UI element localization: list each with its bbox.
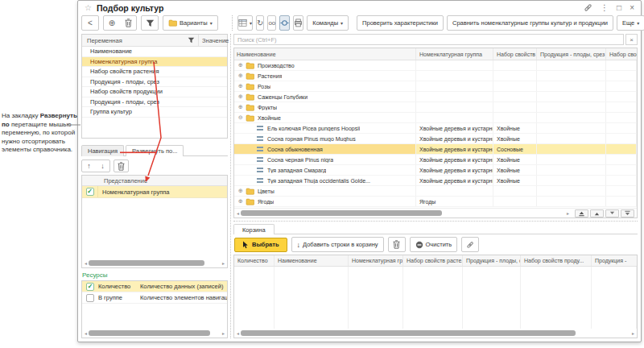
resources-scrollbar[interactable]: ◂ ▸ (82, 329, 227, 338)
tree-group-row[interactable]: ⊕Цветы (234, 186, 637, 197)
view-table-scrollbar[interactable]: ◂ ▸ (82, 259, 227, 267)
tree-column-header[interactable]: Наименование (234, 48, 416, 60)
back-button[interactable]: < (81, 15, 99, 31)
tree-item-row[interactable]: Сосна обыкновеннаяХвойные деревья и куст… (234, 144, 637, 155)
variable-row[interactable]: Группа культур (82, 107, 227, 118)
refresh-button[interactable]: ↻ (256, 15, 264, 31)
tree-hscrollbar[interactable] (241, 210, 565, 216)
clear-search-button[interactable]: × (625, 34, 638, 45)
delete-button[interactable] (120, 16, 136, 30)
tab-navigation[interactable]: Навигация (81, 145, 124, 156)
expander-icon[interactable]: ⊖ (237, 114, 245, 121)
add-button[interactable]: ⊕ (104, 16, 120, 30)
resource-row[interactable]: ✓КоличествоКоличество данных (записей) (82, 281, 227, 292)
variable-row[interactable]: Наименование (82, 47, 227, 57)
tree-column-header[interactable]: Продукция - плоды, срез (537, 48, 606, 60)
move-up-button[interactable]: ↑ (82, 160, 96, 172)
checkbox-checked[interactable]: ✓ (86, 283, 94, 291)
move-level-up-button[interactable] (590, 209, 604, 218)
basket-column-header[interactable]: Набор свойств расте... (403, 255, 463, 266)
add-rows-button[interactable]: ↓ Добавить строки в корзину (291, 237, 384, 252)
scroll-right-icon[interactable]: ▸ (222, 331, 225, 336)
variable-row[interactable]: Набор свойств продукции (82, 87, 227, 97)
checkbox-unchecked[interactable] (86, 294, 94, 302)
tree-group-row[interactable]: ⊕Растения (234, 71, 637, 81)
favorite-star-icon[interactable]: ☆ (85, 3, 92, 12)
basket-column-header[interactable]: Номенклатурная гр... (349, 255, 403, 266)
commands-button[interactable]: Команды ▾ (307, 15, 349, 31)
resource-row[interactable]: В группеКоличество элементов навигацион.… (82, 292, 227, 304)
vertical-splitter[interactable] (230, 34, 231, 338)
expand-all-button[interactable] (621, 209, 634, 218)
basket-link-button[interactable] (461, 237, 479, 252)
tree-column-header[interactable]: Набор свойств ... (493, 48, 537, 60)
variable-column-header[interactable]: Переменная (87, 37, 122, 44)
check-characteristics-button[interactable]: Проверить характеристики (357, 15, 444, 31)
remove-view-button[interactable] (114, 160, 129, 172)
tree-column-header[interactable]: Номенклатурная группа (416, 48, 493, 60)
expander-icon[interactable]: ⊕ (237, 198, 245, 205)
maximize-icon[interactable]: □ (617, 4, 621, 12)
basket-column-header[interactable]: Количество (234, 255, 275, 266)
funnel-icon[interactable] (188, 37, 195, 44)
checkbox-checked[interactable]: ✓ (86, 188, 94, 196)
window-menu-icon[interactable]: ⋮ (601, 4, 609, 12)
basket-column-header[interactable]: Набор свойств проду... (521, 255, 592, 266)
clear-button[interactable]: Очистить (410, 237, 458, 252)
value-column-header[interactable]: Значение (202, 37, 229, 44)
tab-basket[interactable]: Корзина (233, 224, 275, 234)
filter-button[interactable] (141, 15, 159, 31)
variable-row[interactable]: Продукция - плоды, срез (82, 97, 227, 108)
select-button[interactable]: Выбрать (234, 238, 287, 252)
expander-icon[interactable]: ⊕ (237, 83, 245, 89)
tree-group-row[interactable]: ⊕Фрукты (234, 102, 637, 113)
tab-expand-by[interactable]: Развернуть по... (126, 145, 184, 156)
variable-row[interactable]: Продукция - плоды, срез (82, 77, 227, 88)
tree-group-row[interactable]: ⊕Производство (234, 60, 637, 71)
tree-column-header[interactable]: Набор свойств продукции (606, 48, 637, 60)
horizontal-splitter[interactable] (233, 221, 638, 222)
scroll-left-icon[interactable]: ◂ (237, 331, 239, 336)
variants-button[interactable]: Варианты ▾ (163, 15, 218, 31)
scroll-right-icon[interactable]: ▸ (632, 331, 634, 336)
move-level-down-button[interactable] (605, 209, 619, 218)
get-link-icon[interactable] (584, 3, 592, 12)
basket-delete-button[interactable] (388, 237, 406, 252)
basket-column-header[interactable]: Наименование (275, 255, 349, 266)
variable-row[interactable]: Номенклатурная группа (82, 57, 227, 68)
tree-group-row[interactable]: ⊕Саженцы Голубики (234, 92, 637, 102)
tree-group-row[interactable]: ⊖Хвойные (234, 113, 637, 123)
tree-group-row[interactable]: ⊕ЯгодыЯгоды (234, 197, 637, 207)
expander-icon[interactable]: ⊕ (237, 188, 245, 194)
move-down-button[interactable]: ↓ (96, 160, 109, 172)
scroll-left-icon[interactable]: ◂ (85, 261, 87, 266)
expander-icon[interactable]: ⊕ (237, 72, 245, 79)
basket-column-header[interactable]: Продукция - плоды, срез (463, 255, 521, 266)
scroll-right-icon[interactable]: ▸ (567, 211, 569, 216)
scroll-left-icon[interactable]: ◂ (237, 211, 239, 216)
tree-group-row[interactable]: ⊕Розы (234, 81, 637, 92)
tree-item-row[interactable]: Сосна черная Pinus nigraХвойные деревья … (234, 155, 637, 165)
tree-item-row[interactable]: Сосна горная Pinus mugo MughusХвойные де… (234, 134, 637, 144)
basket-scrollbar[interactable]: ◂ ▸ (234, 329, 637, 338)
view-row[interactable]: ✓ Номенклатурная группа (82, 186, 227, 198)
scroll-left-icon[interactable]: ◂ (85, 331, 87, 336)
expander-icon[interactable]: ⊕ (237, 62, 245, 68)
basket-column-header[interactable]: Продукция - (592, 255, 637, 266)
expander-icon[interactable]: ⊕ (237, 104, 245, 110)
position-button[interactable] (279, 15, 290, 31)
view-mode-button[interactable]: ▾ (237, 15, 253, 31)
search-input[interactable] (233, 34, 624, 45)
tree-item-row[interactable]: Туя западная Thuja occidentalis Golde...… (234, 176, 637, 186)
tree-item-row[interactable]: Ель колючая Picea pungens HoopsiiХвойные… (234, 123, 637, 134)
view-table-header[interactable]: Представление (82, 176, 227, 186)
variable-row[interactable]: Набор свойств растения (82, 67, 227, 77)
print-button[interactable] (293, 15, 303, 31)
tree-item-row[interactable]: Туя западная СмарагдХвойные деревья и ку… (234, 165, 637, 176)
close-icon[interactable]: × (630, 4, 634, 12)
more-button[interactable]: Еще ▾ (617, 15, 644, 31)
scroll-right-icon[interactable]: ▸ (222, 261, 225, 266)
compare-groups-button[interactable]: Сравнить номенклатурные группы культур и… (447, 15, 613, 31)
expander-icon[interactable]: ⊕ (237, 93, 245, 100)
collapse-all-button[interactable] (575, 209, 588, 218)
